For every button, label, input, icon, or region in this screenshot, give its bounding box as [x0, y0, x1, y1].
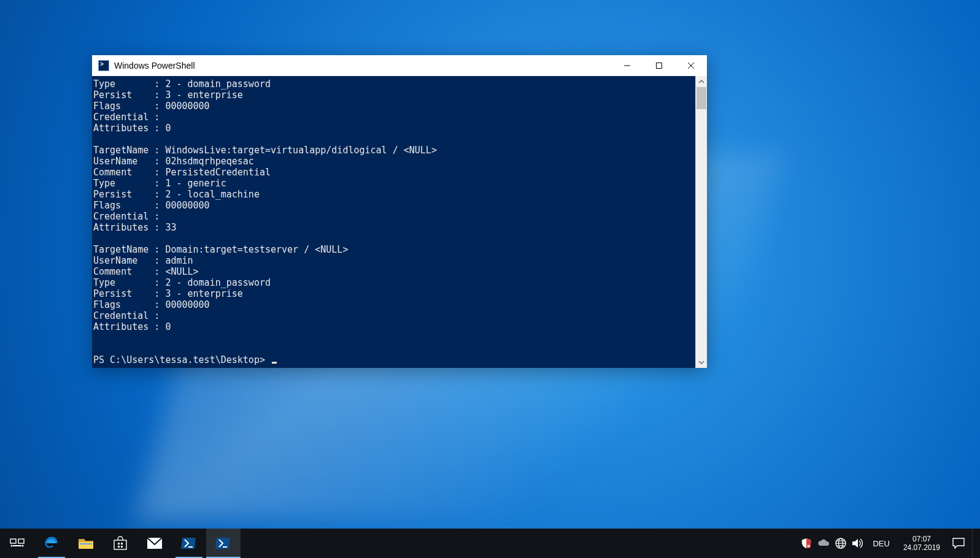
svg-rect-11: [118, 543, 120, 545]
svg-point-7: [11, 545, 13, 547]
svg-rect-4: [10, 539, 16, 543]
taskbar-clock[interactable]: 07:07 24.07.2019: [898, 535, 945, 552]
terminal-prompt[interactable]: PS C:\Users\tessa.test\Desktop>: [93, 354, 694, 365]
action-center-icon[interactable]: [950, 537, 967, 549]
language-indicator[interactable]: DEU: [869, 539, 893, 548]
terminal-line: Credential :: [93, 211, 694, 222]
terminal-client-area: Type : 2 - domain_passwordPersist : 3 - …: [92, 76, 707, 368]
svg-point-8: [22, 545, 24, 547]
file-explorer-button[interactable]: [69, 529, 103, 558]
terminal-line: TargetName : WindowsLive:target=virtuala…: [93, 145, 694, 156]
window-titlebar[interactable]: Windows PowerShell: [92, 55, 707, 76]
powershell-taskbar-button-1[interactable]: [172, 529, 206, 558]
svg-marker-28: [852, 539, 858, 548]
mail-icon: [147, 537, 163, 549]
terminal-line: Persist : 3 - enterprise: [93, 288, 694, 299]
svg-rect-10: [114, 540, 126, 549]
terminal-line: Type : 1 - generic: [93, 178, 694, 189]
volume-tray-icon[interactable]: [852, 537, 864, 549]
vertical-scrollbar[interactable]: [695, 76, 707, 368]
powershell-taskbar-button-2[interactable]: [206, 529, 241, 558]
svg-rect-1: [657, 63, 662, 69]
terminal-output[interactable]: Type : 2 - domain_passwordPersist : 3 - …: [92, 76, 695, 368]
terminal-line: Flags : 00000000: [93, 299, 694, 310]
terminal-line: Comment : <NULL>: [93, 266, 694, 277]
window-title: Windows PowerShell: [114, 61, 195, 71]
terminal-line: UserName : admin: [93, 255, 694, 266]
desktop: Windows PowerShell Type : 2 - domain_pas…: [0, 0, 980, 558]
folder-icon: [78, 537, 94, 550]
terminal-line: [93, 233, 694, 244]
terminal-line: Attributes : 0: [93, 321, 694, 332]
microsoft-store-button[interactable]: [103, 529, 137, 558]
task-view-button[interactable]: [0, 529, 34, 558]
terminal-line: UserName : 02hsdmqrhpeqesac: [93, 156, 694, 167]
svg-rect-14: [121, 546, 123, 548]
terminal-line: Attributes : 0: [93, 123, 694, 134]
onedrive-tray-icon[interactable]: [817, 537, 830, 549]
clock-time: 07:07: [903, 535, 940, 543]
taskbar-apps: [0, 529, 241, 558]
task-view-icon: [10, 537, 25, 549]
terminal-line: Flags : 00000000: [93, 200, 694, 211]
scrollbar-down-arrow-icon[interactable]: [696, 357, 707, 368]
svg-rect-12: [121, 543, 123, 545]
show-desktop-button[interactable]: [972, 529, 978, 558]
terminal-cursor: [272, 362, 277, 364]
terminal-line: [93, 332, 694, 343]
system-tray: DEU 07:07 24.07.2019: [800, 529, 980, 558]
windows-security-tray-icon[interactable]: [800, 537, 812, 549]
terminal-line: [93, 134, 694, 145]
terminal-line: Type : 2 - domain_password: [93, 78, 694, 90]
edge-button[interactable]: [34, 529, 69, 558]
edge-icon: [44, 535, 60, 551]
scrollbar-thumb[interactable]: [696, 87, 706, 109]
svg-rect-5: [18, 539, 24, 543]
terminal-line: Attributes : 33: [93, 222, 694, 233]
maximize-button[interactable]: [643, 55, 675, 76]
mail-button[interactable]: [137, 529, 172, 558]
terminal-line: [93, 343, 694, 354]
scrollbar-up-arrow-icon[interactable]: [696, 76, 707, 87]
powershell-window: Windows PowerShell Type : 2 - domain_pas…: [92, 55, 707, 368]
terminal-line: Comment : PersistedCredential: [93, 167, 694, 178]
terminal-line: Flags : 00000000: [93, 101, 694, 112]
terminal-line: TargetName : Domain:target=testserver / …: [93, 244, 694, 255]
taskbar-spacer: [241, 529, 800, 558]
taskbar: DEU 07:07 24.07.2019: [0, 529, 980, 558]
terminal-line: Type : 2 - domain_password: [93, 277, 694, 288]
svg-rect-13: [118, 546, 120, 548]
scrollbar-track[interactable]: [696, 87, 707, 357]
network-tray-icon[interactable]: [835, 537, 847, 549]
close-button[interactable]: [675, 55, 707, 76]
svg-rect-6: [13, 545, 21, 546]
terminal-line: Credential :: [93, 112, 694, 123]
window-controls: [611, 55, 707, 76]
svg-rect-9: [80, 543, 92, 545]
powershell-icon: [215, 537, 231, 550]
terminal-line: Persist : 2 - local_machine: [93, 189, 694, 200]
powershell-icon: [98, 60, 109, 71]
powershell-icon: [181, 537, 197, 550]
terminal-line: Credential :: [93, 310, 694, 321]
clock-date: 24.07.2019: [903, 543, 940, 552]
minimize-button[interactable]: [611, 55, 643, 76]
store-icon: [113, 536, 128, 551]
terminal-line: Persist : 3 - enterprise: [93, 90, 694, 101]
